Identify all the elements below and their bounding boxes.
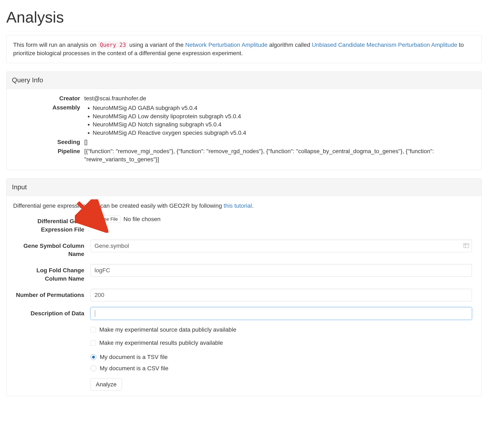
permutations-input[interactable] [90,289,472,301]
no-file-text: No file chosen [123,215,160,223]
creator-label: Creator [13,94,84,103]
intro-panel: This form will run an analysis on Query … [6,35,482,63]
ucmpa-link[interactable]: Unbiased Candidate Mechanism Perturbatio… [312,42,457,48]
checkbox-results-public[interactable]: Make my experimental results publicly av… [90,339,472,347]
choose-file-button[interactable]: Choose File [90,216,121,223]
description-label: Description of Data [13,307,90,318]
analyze-button[interactable]: Analyze [90,378,122,391]
radio-tsv[interactable]: My document is a TSV file [90,353,472,361]
list-item: NeuroMMSig AD Low density lipoprotein su… [93,112,475,120]
checkbox-icon [90,340,96,346]
input-heading: Input [7,179,481,196]
creator-value: test@scai.fraunhofer.de [84,94,475,103]
text-caret-icon [95,310,95,317]
intro-text-mid1: using a variant of the [129,42,185,48]
pipeline-label: Pipeline [13,147,84,155]
intro-text-mid2: algorithm called [269,42,312,48]
intro-text-prefix: This form will run an analysis on [13,42,98,48]
query-code: Query 23 [98,41,128,48]
radio-icon [90,354,96,360]
page-title: Analysis [6,6,482,31]
autofill-icon [464,242,469,250]
file-label: Differential Gene Expression File [13,215,90,234]
logfc-input[interactable] [90,264,472,277]
list-item: NeuroMMSig AD Reactive oxygen species su… [93,129,475,137]
description-input[interactable] [90,307,472,320]
radio-csv[interactable]: My document is a CSV file [90,364,472,373]
assembly-list: NeuroMMSig AD GABA subgraph v5.0.4 Neuro… [84,104,475,137]
list-item: NeuroMMSig AD GABA subgraph v5.0.4 [93,104,475,112]
gene-symbol-label: Gene Symbol Column Name [13,240,90,258]
radio-icon [90,366,96,371]
assembly-label: Assembly [13,104,84,112]
query-info-panel: Query Info Creator test@scai.fraunhofer.… [6,72,482,170]
list-item: NeuroMMSig AD Notch signaling subgraph v… [93,120,475,129]
checkbox-label: Make my experimental source data publicl… [99,326,236,334]
pipeline-value: [{"function": "remove_mgi_nodes"}, {"fun… [84,147,475,164]
radio-label: My document is a CSV file [100,364,168,373]
tutorial-link[interactable]: this tutorial [224,202,252,209]
checkbox-label: Make my experimental results publicly av… [99,339,223,347]
radio-label: My document is a TSV file [100,353,168,361]
input-panel: Input Differential gene expression data … [6,178,482,396]
permutations-label: Number of Permutations [13,289,90,299]
svg-rect-1 [464,243,469,248]
npa-link[interactable]: Network Perturbation Amplitude [185,42,268,48]
input-note-suffix: . [252,202,254,209]
input-note-prefix: Differential gene expression data can be… [13,202,224,209]
gene-symbol-input[interactable] [90,240,472,252]
checkbox-icon [90,327,96,332]
query-info-heading: Query Info [7,72,481,89]
seeding-value: [] [84,138,475,146]
checkbox-source-public[interactable]: Make my experimental source data publicl… [90,326,472,334]
seeding-label: Seeding [13,138,84,146]
logfc-label: Log Fold Change Column Name [13,264,90,283]
